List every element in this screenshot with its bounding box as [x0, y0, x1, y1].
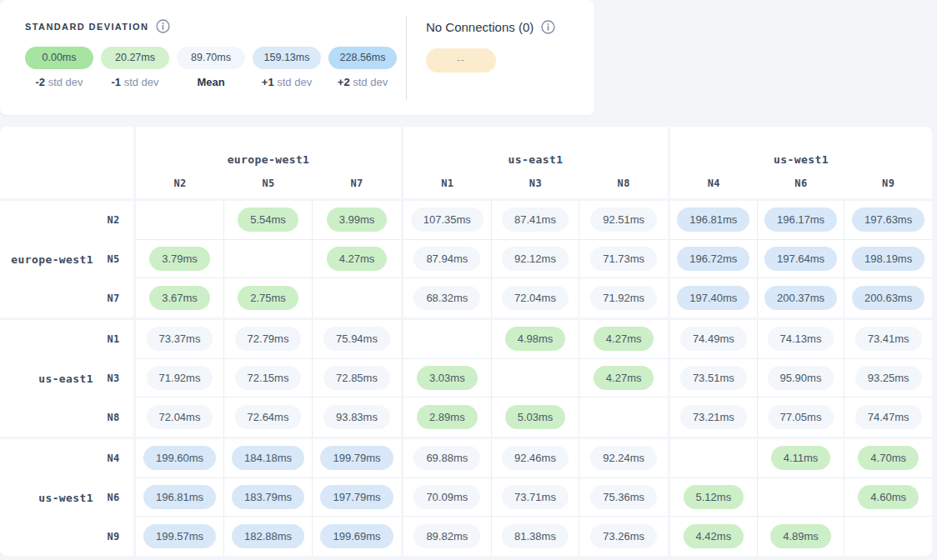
latency-pill: 2.75ms [238, 286, 298, 310]
latency-cell[interactable]: 4.70ms [844, 439, 932, 478]
node-row-label: N4 [93, 439, 133, 478]
latency-cell[interactable]: 72.04ms [136, 398, 224, 437]
latency-cell[interactable]: 72.79ms [224, 320, 313, 359]
latency-cell[interactable]: 4.27ms [579, 320, 668, 359]
latency-cell[interactable]: 87.41ms [492, 201, 580, 240]
latency-cell[interactable]: 73.37ms [136, 320, 224, 359]
latency-cell[interactable]: 72.15ms [224, 359, 313, 398]
latency-cell[interactable]: 200.37ms [758, 278, 845, 318]
legend-label: Mean [177, 76, 245, 88]
latency-cell[interactable]: 3.03ms [403, 359, 492, 398]
region-column-label: europe-west1 [136, 153, 401, 166]
latency-pill: 196.72ms [677, 247, 749, 271]
legend-label: +1 std dev [253, 76, 321, 88]
latency-cell[interactable]: 198.19ms [844, 240, 932, 279]
latency-cell[interactable]: 73.71ms [492, 478, 580, 518]
latency-cell[interactable]: 4.42ms [670, 517, 758, 556]
latency-cell[interactable]: 73.51ms [670, 359, 758, 398]
latency-cell[interactable]: 4.98ms [492, 320, 580, 359]
latency-cell[interactable]: 74.49ms [670, 320, 758, 359]
latency-pill: 199.57ms [143, 524, 216, 548]
latency-cell[interactable]: 89.82ms [403, 517, 492, 556]
latency-cell[interactable]: 200.63ms [844, 278, 932, 318]
node-row-labels: N4N6N9 [93, 439, 133, 556]
latency-cell [758, 478, 845, 518]
latency-cell[interactable]: 2.89ms [403, 398, 492, 437]
legend-pill-blue-light: 159.13ms [253, 47, 321, 69]
latency-cell[interactable]: 197.40ms [670, 278, 758, 318]
info-icon[interactable] [156, 19, 170, 33]
node-column-label: N6 [758, 178, 845, 189]
latency-cell[interactable]: 4.27ms [579, 359, 668, 398]
latency-cell[interactable]: 92.51ms [579, 201, 668, 240]
latency-cell[interactable]: 3.79ms [136, 240, 224, 279]
latency-cell[interactable]: 87.94ms [403, 240, 492, 279]
latency-cell[interactable]: 72.85ms [313, 359, 401, 398]
latency-cell[interactable]: 183.79ms [224, 478, 313, 518]
latency-cell[interactable]: 5.12ms [670, 478, 758, 518]
latency-pill: 92.24ms [590, 446, 657, 470]
latency-pill: 93.83ms [323, 405, 390, 429]
latency-cell[interactable]: 197.64ms [758, 240, 845, 279]
latency-cell[interactable]: 199.69ms [313, 517, 401, 556]
latency-cell[interactable]: 182.88ms [224, 517, 313, 556]
latency-cell[interactable]: 196.72ms [670, 240, 758, 279]
latency-cell[interactable]: 197.63ms [844, 201, 932, 240]
latency-cell[interactable]: 3.99ms [313, 201, 401, 240]
latency-cell[interactable]: 4.11ms [758, 439, 845, 478]
latency-cell[interactable]: 3.67ms [136, 278, 224, 318]
latency-cell[interactable]: 4.89ms [758, 517, 845, 556]
latency-cell[interactable]: 92.46ms [492, 439, 580, 478]
latency-cell[interactable]: 74.47ms [844, 398, 932, 437]
latency-cell[interactable]: 5.54ms [224, 201, 313, 240]
latency-cell[interactable]: 81.38ms [492, 517, 580, 556]
latency-cell[interactable]: 72.04ms [492, 278, 580, 318]
info-icon[interactable] [541, 20, 555, 34]
latency-pill: 5.12ms [684, 485, 744, 509]
latency-cell[interactable]: 196.81ms [670, 201, 758, 240]
latency-pill: 4.42ms [684, 524, 744, 548]
latency-cell[interactable]: 95.90ms [758, 359, 845, 398]
latency-cell[interactable]: 196.17ms [758, 201, 845, 240]
latency-cell[interactable]: 75.94ms [313, 320, 401, 359]
matrix-section: 199.60ms184.18ms199.79ms196.81ms183.79ms… [136, 439, 401, 556]
latency-pill: 68.32ms [413, 286, 480, 310]
latency-cell[interactable]: 71.92ms [579, 278, 668, 318]
latency-cell[interactable]: 77.05ms [758, 398, 845, 437]
latency-pill: 4.11ms [771, 446, 831, 470]
latency-cell[interactable]: 93.83ms [313, 398, 401, 437]
latency-cell[interactable]: 71.92ms [136, 359, 224, 398]
latency-pill: 92.46ms [502, 446, 569, 470]
latency-cell[interactable]: 73.21ms [670, 398, 758, 437]
latency-cell[interactable]: 184.18ms [224, 439, 313, 478]
latency-pill: 71.73ms [590, 247, 657, 271]
latency-cell[interactable]: 196.81ms [136, 478, 224, 518]
latency-cell[interactable]: 74.13ms [758, 320, 845, 359]
latency-cell[interactable]: 75.36ms [579, 478, 668, 518]
latency-cell[interactable]: 92.12ms [492, 240, 580, 279]
latency-cell[interactable]: 199.60ms [136, 439, 224, 478]
latency-cell[interactable]: 2.75ms [224, 278, 313, 318]
latency-cell[interactable]: 5.03ms [492, 398, 580, 437]
node-column-label: N7 [313, 178, 401, 189]
latency-cell[interactable]: 72.64ms [224, 398, 313, 437]
latency-cell[interactable]: 73.26ms [579, 517, 668, 556]
latency-pill: 87.94ms [413, 247, 480, 271]
latency-cell[interactable]: 199.57ms [136, 517, 224, 556]
region-column-label: us-west1 [670, 153, 932, 166]
latency-pill: 73.71ms [502, 485, 569, 509]
latency-cell[interactable]: 199.79ms [313, 439, 401, 478]
latency-cell[interactable]: 92.24ms [579, 439, 668, 478]
latency-cell[interactable]: 69.88ms [403, 439, 492, 478]
node-row-labels: N2N5N7 [93, 201, 133, 318]
latency-cell[interactable]: 197.79ms [313, 478, 401, 518]
latency-cell [136, 201, 224, 240]
latency-cell[interactable]: 4.60ms [844, 478, 932, 518]
latency-cell[interactable]: 107.35ms [403, 201, 492, 240]
latency-cell[interactable]: 73.41ms [844, 320, 932, 359]
latency-cell[interactable]: 93.25ms [844, 359, 932, 398]
latency-cell[interactable]: 70.09ms [403, 478, 492, 518]
latency-cell[interactable]: 71.73ms [579, 240, 668, 279]
latency-cell[interactable]: 68.32ms [403, 278, 492, 318]
latency-cell[interactable]: 4.27ms [313, 240, 401, 279]
